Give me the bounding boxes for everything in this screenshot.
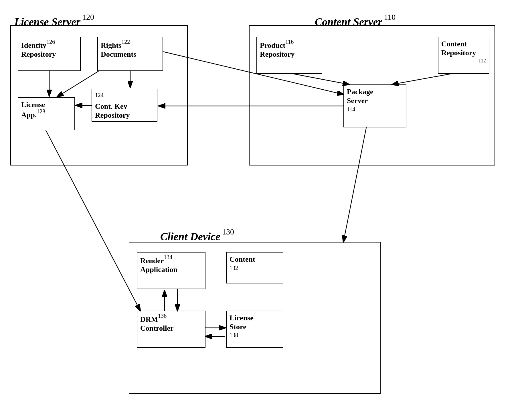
package-server-box: Package Server 114 [343,84,406,127]
license-app-label: License [21,100,45,109]
rights-documents-box: Rights122 Documents [97,37,163,71]
content-132-label: Content [230,255,255,263]
license-store-box: License Store 138 [226,311,283,348]
package-label: Package [347,88,373,96]
license-store-num: 138 [230,332,238,338]
content-repo-num: 112 [478,58,486,64]
drm-num: 136 [158,313,167,319]
diagram: License Server120 Identity126 Repository… [0,0,526,420]
package-num: 114 [347,106,355,113]
product-sub: Repository [260,50,294,59]
render-sub: Application [140,265,177,274]
content-repository-box: Content Repository 112 [438,37,489,74]
license-store-label: License [230,314,254,322]
rights-label: Rights [101,41,121,50]
drm-label: DRM [140,315,158,324]
content-repo-sub: Repository [441,49,476,57]
contkey-label: Cont. Key [95,102,127,111]
identity-label: Identity [21,41,46,50]
render-num: 134 [164,254,172,260]
contkey-num: 124 [95,92,104,98]
identity-sub: Repository [21,50,56,59]
render-app-box: Render134 Application [137,252,205,289]
license-app-box: License App.128 [18,97,75,130]
render-label: Render [140,257,164,265]
rights-num: 122 [121,39,130,45]
license-app-num: 128 [37,108,45,115]
content-repo-label: Content [441,40,467,48]
product-label: Product [260,41,285,50]
content-server-title: Content Server110 [315,14,396,28]
cont-key-box: 124 Cont. Key Repository [92,89,157,122]
identity-repository-box: Identity126 Repository [18,37,81,71]
content-132-box: Content 132 [226,252,283,283]
content-132-num: 132 [230,265,238,271]
product-num: 116 [285,39,294,45]
identity-num: 126 [46,39,55,45]
product-repository-box: Product116 Repository [256,37,322,74]
rights-sub: Documents [101,50,136,59]
license-app-sub: App. [21,111,37,119]
contkey-sub: Repository [95,111,130,120]
license-server-title: License Server120 [14,14,94,28]
drm-sub: Controller [140,324,174,333]
drm-controller-box: DRM136 Controller [137,311,205,348]
license-store-sub: Store [230,323,246,331]
client-device-title: Client Device130 [160,229,234,243]
package-sub: Server [347,96,368,105]
